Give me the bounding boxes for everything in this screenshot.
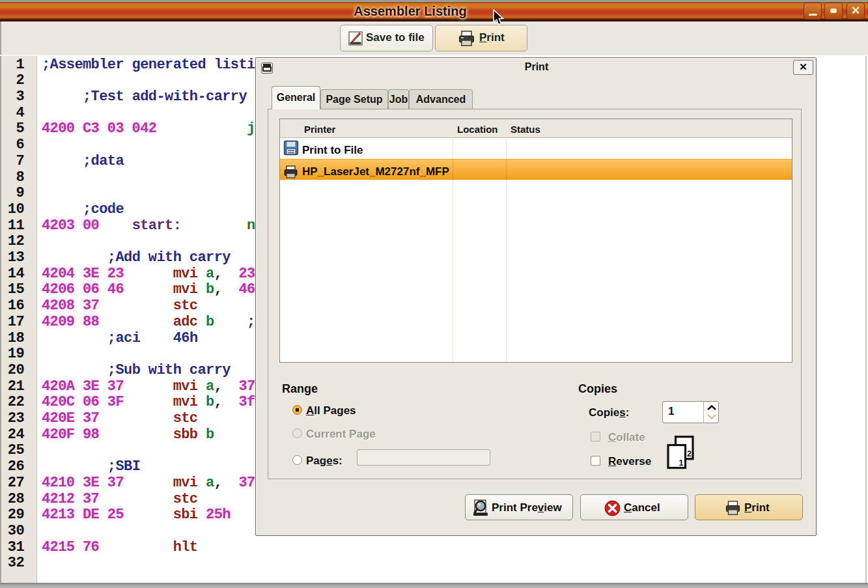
svg-text:1: 1 xyxy=(679,458,684,468)
svg-text:2: 2 xyxy=(687,449,692,458)
